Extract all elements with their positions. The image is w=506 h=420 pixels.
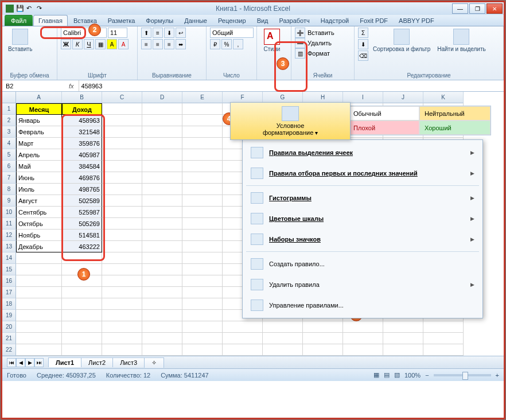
cell[interactable]: [142, 126, 182, 138]
view-normal-icon[interactable]: ▦: [373, 371, 379, 379]
row-header[interactable]: 20: [2, 321, 16, 333]
style-bad[interactable]: Плохой: [348, 120, 419, 135]
cell[interactable]: [142, 333, 182, 344]
name-box[interactable]: [2, 80, 64, 91]
row-header[interactable]: 14: [2, 252, 16, 264]
cell[interactable]: Июль: [16, 184, 62, 195]
close-button[interactable]: ✕: [486, 3, 503, 14]
cell[interactable]: [182, 195, 223, 207]
cell[interactable]: [102, 207, 142, 218]
italic-button[interactable]: К: [72, 39, 83, 49]
cell[interactable]: Май: [16, 161, 62, 172]
cell[interactable]: [182, 241, 223, 252]
cell[interactable]: [62, 298, 102, 310]
cell[interactable]: [182, 138, 223, 149]
cell[interactable]: Декабрь: [16, 241, 62, 252]
cell[interactable]: Сентябрь: [16, 207, 62, 218]
cell[interactable]: 463222: [62, 241, 102, 252]
sheet-tab-2[interactable]: Лист2: [81, 357, 113, 367]
merge-button[interactable]: ⬌: [176, 39, 186, 49]
tab-layout[interactable]: Разметка: [103, 15, 141, 26]
number-format[interactable]: [210, 28, 254, 38]
cell[interactable]: 469876: [62, 172, 102, 184]
sheet-nav-last[interactable]: ⏭: [34, 358, 44, 367]
col-header[interactable]: I: [343, 92, 383, 103]
tab-review[interactable]: Рецензир: [213, 15, 251, 26]
col-header[interactable]: H: [303, 92, 343, 103]
align-right[interactable]: ≡: [164, 39, 174, 49]
cell[interactable]: [102, 138, 142, 149]
col-header[interactable]: J: [383, 92, 423, 103]
tab-addins[interactable]: Надстрой: [316, 15, 354, 26]
row-header[interactable]: 6: [2, 161, 16, 172]
cell[interactable]: [182, 161, 223, 172]
cf-clear-rules[interactable]: Удалить правила▶: [243, 274, 482, 295]
cell[interactable]: [182, 126, 223, 138]
cell[interactable]: 525987: [62, 207, 102, 218]
wrap-text[interactable]: ↩: [176, 28, 186, 38]
tab-view[interactable]: Вид: [252, 15, 274, 26]
cell[interactable]: 458963: [62, 115, 102, 126]
cell[interactable]: [182, 333, 223, 344]
cell-styles-gallery[interactable]: Обычный Нейтральный Плохой Хороший: [348, 106, 491, 135]
fill-button[interactable]: ⬇: [358, 39, 368, 49]
cell[interactable]: [303, 344, 343, 356]
cell[interactable]: [142, 115, 182, 126]
align-top[interactable]: ⬆: [141, 28, 151, 38]
col-header[interactable]: F: [223, 92, 263, 103]
cell[interactable]: [16, 275, 62, 287]
zoom-in[interactable]: +: [496, 372, 499, 379]
row-header[interactable]: 3: [2, 126, 16, 138]
find-select-button[interactable]: Найти и выделить: [435, 28, 488, 53]
cell[interactable]: [142, 241, 182, 252]
cell[interactable]: [223, 333, 263, 344]
cell[interactable]: 502589: [62, 195, 102, 207]
style-good[interactable]: Хороший: [419, 120, 491, 135]
new-sheet-button[interactable]: ✧: [144, 357, 164, 368]
cell[interactable]: Январь: [16, 115, 62, 126]
row-header[interactable]: 1: [2, 103, 16, 115]
cell[interactable]: [182, 115, 223, 126]
sheet-nav-first[interactable]: ⏮: [7, 358, 16, 367]
comma-button[interactable]: ,: [233, 39, 243, 49]
cell[interactable]: [263, 344, 303, 356]
tab-foxit[interactable]: Foxit PDF: [355, 15, 393, 26]
cell[interactable]: [102, 115, 142, 126]
cell[interactable]: [142, 149, 182, 161]
cell[interactable]: 405987: [62, 149, 102, 161]
format-cells[interactable]: Формат: [308, 50, 330, 57]
row-header[interactable]: 11: [2, 218, 16, 230]
cell[interactable]: [16, 287, 62, 298]
cell[interactable]: [102, 344, 142, 356]
cell[interactable]: [102, 161, 142, 172]
cell[interactable]: [102, 230, 142, 241]
row-header[interactable]: 15: [2, 264, 16, 275]
cell[interactable]: 384584: [62, 161, 102, 172]
row-header[interactable]: 8: [2, 184, 16, 195]
font-size-input[interactable]: [108, 28, 127, 38]
cell[interactable]: [62, 344, 102, 356]
cell[interactable]: [182, 184, 223, 195]
cf-new-rule[interactable]: Создать правило...: [243, 254, 482, 274]
redo-icon[interactable]: ↷: [37, 5, 45, 13]
cell[interactable]: [423, 321, 464, 333]
cell[interactable]: [263, 321, 303, 333]
cell[interactable]: [182, 103, 223, 115]
cell[interactable]: [142, 321, 182, 333]
undo-icon[interactable]: ↶: [26, 5, 34, 13]
cell[interactable]: [423, 333, 464, 344]
cell[interactable]: [102, 264, 142, 275]
col-header[interactable]: K: [423, 92, 464, 103]
cell[interactable]: [16, 298, 62, 310]
cf-manage-rules[interactable]: Управление правилами...: [243, 295, 482, 316]
row-header[interactable]: 19: [2, 310, 16, 321]
cell[interactable]: [142, 310, 182, 321]
cell[interactable]: [383, 333, 423, 344]
align-mid[interactable]: ≡: [153, 28, 163, 38]
cell[interactable]: [16, 310, 62, 321]
tab-file[interactable]: Файл: [5, 15, 33, 26]
save-icon[interactable]: 💾: [16, 5, 24, 13]
cell[interactable]: [182, 264, 223, 275]
cell[interactable]: [142, 218, 182, 230]
cell[interactable]: [102, 252, 142, 264]
